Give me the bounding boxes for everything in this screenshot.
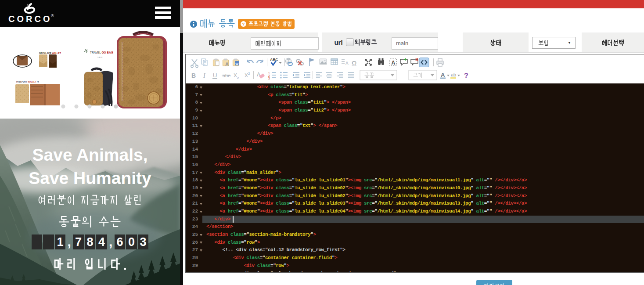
svg-text:Ω: Ω [352,59,356,67]
svg-text:3: 3 [268,77,270,80]
svg-text:?: ? [464,72,468,79]
svg-text:X: X [234,72,237,79]
svg-text:ABC: ABC [270,58,278,62]
svg-text:A: A [345,61,349,66]
svg-text:U: U [213,72,217,79]
svg-text:abe: abe [223,73,230,78]
svg-text:2: 2 [237,76,239,80]
svg-text:TRAVEL GO BAG: TRAVEL GO BAG [90,51,113,54]
svg-text:?: ? [242,22,245,26]
svg-text:S A L E: S A L E [97,57,103,58]
svg-text:PASSPORT WALLET 7Y: PASSPORT WALLET 7Y [16,81,39,83]
svg-text:B: B [191,72,196,79]
svg-text:I: I [203,72,206,79]
svg-text:X: X [245,72,248,79]
svg-text:A: A [441,72,445,78]
svg-text:A: A [225,61,229,67]
svg-text:ab: ab [451,72,456,77]
svg-text:2: 2 [248,72,250,76]
svg-text:A: A [392,60,396,66]
svg-text:w: w [235,62,239,66]
svg-text:NECKLACE WALLET: NECKLACE WALLET [39,52,61,54]
